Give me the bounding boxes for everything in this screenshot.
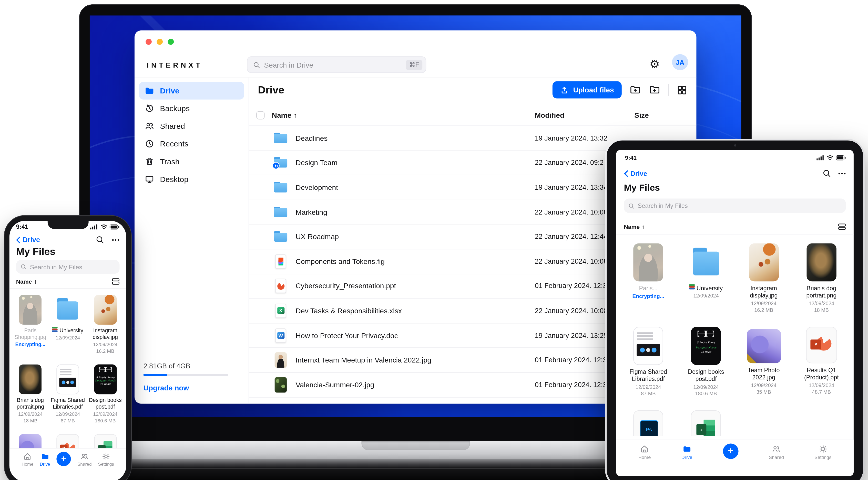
new-folder-icon[interactable]	[649, 84, 660, 96]
grid-file-item[interactable]: 5 Books EveryDesigner NeedsTo Read Desig…	[677, 327, 735, 410]
column-size[interactable]: Size	[634, 111, 649, 119]
file-icon	[274, 327, 288, 344]
upload-files-button[interactable]: Upload files	[553, 81, 621, 99]
file-size: 180.6 MB	[95, 418, 116, 424]
grid-file-item[interactable]: Results Q1 (Product).ppt 12/09/2024 48.7…	[793, 327, 850, 410]
grid-file-item[interactable]	[49, 434, 87, 449]
internxt-logo: INTERNXT	[147, 61, 203, 69]
tablet-file-grid: Paris... Encrypting... University 12/09/…	[619, 235, 850, 436]
file-name: University	[696, 285, 723, 292]
sidebar-item-drive[interactable]: Drive	[139, 82, 244, 100]
grid-file-item[interactable]: University 12/09/2024	[677, 243, 735, 327]
grid-file-item[interactable]: Instagram display.jpg 12/09/2024 16.2 MB	[87, 295, 124, 364]
marketing-hero: INTERNXT Search in Drive ⌘F ⚙ JA	[0, 0, 868, 480]
tab-drive[interactable]: Drive	[40, 452, 50, 467]
tab-settings[interactable]: Settings	[814, 445, 831, 460]
settings-gear-icon[interactable]: ⚙	[649, 58, 660, 70]
upgrade-now-link[interactable]: Upgrade now	[143, 384, 240, 392]
file-icon	[274, 278, 288, 295]
backups-history-icon	[145, 103, 155, 113]
file-modified: 01 February 2024. 12:3	[535, 282, 607, 290]
grid-file-item[interactable]: Paris Shopping.jpg Encrypting...	[11, 295, 49, 364]
drive-search-input[interactable]: Search in Drive ⌘F	[247, 56, 426, 73]
sort-by-name[interactable]: Name↑	[624, 224, 645, 230]
file-thumbnail	[691, 410, 721, 436]
tab-shared[interactable]: Shared	[769, 445, 784, 460]
phone-screen: 9:41 Drive My Files Search in My Files	[9, 221, 126, 480]
more-options-icon[interactable]	[112, 239, 119, 241]
tab-shared[interactable]: Shared	[78, 452, 92, 467]
grid-file-item[interactable]: Instagram display.jpg 12/09/2024 16.2 MB	[735, 243, 793, 327]
book-cover-line: 5 Books Every	[94, 376, 117, 379]
add-file-button[interactable]: +	[723, 443, 738, 459]
file-thumbnail	[94, 295, 117, 324]
upload-folder-icon[interactable]	[629, 84, 641, 96]
file-date: 12/09/2024	[56, 412, 80, 417]
cellular-signal-icon	[90, 224, 98, 230]
drive-folder-icon	[41, 452, 49, 460]
file-icon	[274, 179, 288, 196]
sidebar-item-backups[interactable]: Backups	[139, 100, 244, 117]
grid-file-item[interactable]: Figma Shared Libraries.pdf 12/09/2024 87…	[619, 327, 677, 410]
storage-widget: 2.81GB of 4GB Upgrade now	[139, 362, 244, 392]
minimize-window-button[interactable]	[157, 39, 163, 45]
tab-drive[interactable]: Drive	[681, 445, 692, 460]
more-options-icon[interactable]	[838, 172, 846, 175]
search-input[interactable]: Search in My Files	[624, 198, 846, 213]
tab-settings[interactable]: Settings	[98, 452, 114, 467]
search-input[interactable]: Search in My Files	[16, 260, 120, 274]
list-view-icon[interactable]	[112, 278, 119, 285]
wifi-icon	[827, 155, 834, 161]
sort-by-name[interactable]: Name↑	[16, 278, 37, 285]
sort-arrow-icon: ↑	[34, 278, 37, 285]
close-window-button[interactable]	[146, 39, 152, 45]
back-label: Drive	[23, 236, 40, 244]
file-name: Figma Shared Libraries.pdf	[51, 397, 85, 411]
file-date: 12/09/2024	[636, 384, 661, 390]
list-view-icon[interactable]	[838, 224, 846, 230]
phone-tab-bar: Home Drive + Shared Settings	[9, 448, 126, 480]
grid-file-item[interactable]	[11, 434, 49, 449]
chevron-left-icon	[16, 237, 21, 243]
grid-file-item[interactable]: 5 Books EveryDesigner NeedsTo Read Desig…	[87, 365, 124, 434]
sidebar-item-shared[interactable]: Shared	[139, 117, 244, 135]
grid-file-item[interactable]: Paris... Encrypting...	[619, 243, 677, 327]
file-thumbnail	[56, 434, 79, 449]
zoom-window-button[interactable]	[168, 39, 174, 45]
grid-file-item[interactable]: Brian's dog portrait.png 12/09/2024 18 M…	[793, 243, 850, 327]
trash-icon	[145, 157, 155, 166]
sidebar-item-recents[interactable]: Recents	[139, 135, 244, 152]
people-icon	[274, 164, 278, 168]
file-name: Deadlines	[296, 134, 328, 142]
upload-icon	[560, 86, 569, 94]
grid-file-item[interactable]: Team Photo 2022.jpg 12/09/2024 35 MB	[735, 327, 793, 410]
grid-file-item[interactable]	[87, 434, 124, 449]
file-size: 35 MB	[756, 389, 771, 395]
add-file-button[interactable]: +	[57, 452, 71, 466]
search-placeholder: Search in Drive	[264, 61, 402, 69]
file-size: 18 MB	[23, 418, 37, 424]
grid-file-item[interactable]: University 12/09/2024	[49, 295, 87, 364]
user-avatar[interactable]: JA	[672, 54, 688, 70]
column-modified[interactable]: Modified	[535, 111, 564, 119]
grid-file-item[interactable]: Figma Shared Libraries.pdf 12/09/2024 87…	[49, 365, 87, 434]
search-icon[interactable]	[823, 169, 831, 177]
file-thumbnail	[746, 329, 781, 363]
back-button[interactable]: Drive	[16, 236, 40, 244]
search-icon[interactable]	[96, 236, 104, 244]
encrypting-status: Encrypting...	[16, 342, 45, 348]
grid-view-icon[interactable]	[677, 84, 688, 95]
sidebar-item-desktop[interactable]: Desktop	[139, 170, 244, 188]
grid-file-item[interactable]	[677, 410, 735, 436]
file-size: 180.6 MB	[695, 391, 717, 397]
tab-home[interactable]: Home	[22, 452, 33, 467]
shared-users-icon	[145, 121, 155, 131]
select-all-checkbox[interactable]	[256, 111, 265, 119]
sidebar-item-trash[interactable]: Trash	[139, 152, 244, 170]
grid-file-item[interactable]	[619, 410, 677, 436]
back-button[interactable]: Drive	[624, 170, 647, 177]
tab-home[interactable]: Home	[639, 445, 651, 460]
grid-file-item[interactable]: Brian's dog portrait.png 12/09/2024 18 M…	[11, 365, 49, 434]
column-name[interactable]: Name ↑	[272, 111, 297, 119]
file-date: 12/09/2024	[56, 335, 80, 341]
